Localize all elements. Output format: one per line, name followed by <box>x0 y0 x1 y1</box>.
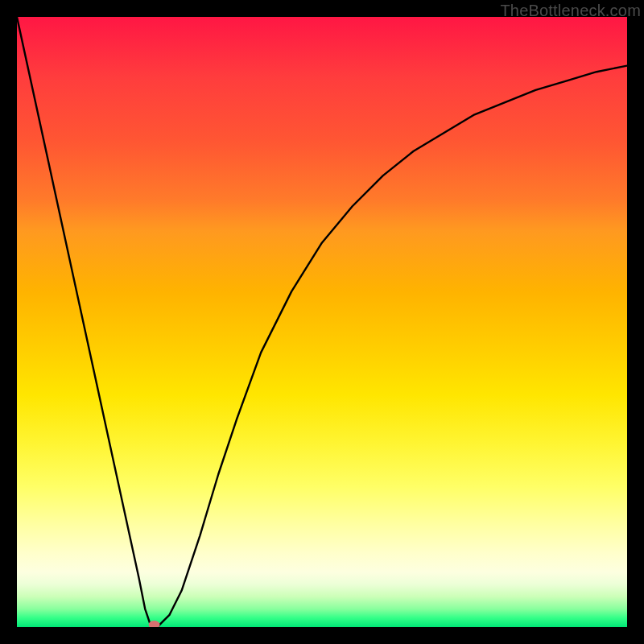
bottleneck-curve <box>17 17 627 627</box>
watermark-text: TheBottleneck.com <box>500 2 641 20</box>
curve-layer <box>17 17 627 627</box>
chart-frame <box>17 17 627 627</box>
